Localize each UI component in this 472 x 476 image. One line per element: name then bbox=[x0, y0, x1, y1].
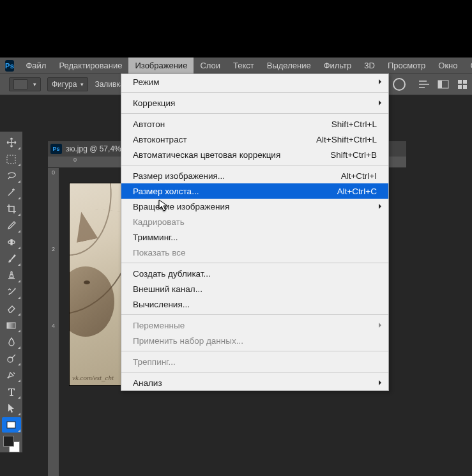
submenu-arrow-icon bbox=[378, 79, 382, 85]
tool-history-brush[interactable] bbox=[2, 284, 21, 300]
menu-item-label: Тримминг... bbox=[133, 233, 377, 242]
menu-image[interactable]: Изображение bbox=[128, 58, 194, 73]
tool-type[interactable] bbox=[2, 384, 21, 399]
menu-item-shortcut: Shift+Ctrl+L bbox=[320, 119, 377, 129]
menu-type[interactable]: Текст bbox=[227, 58, 261, 73]
photoshop-logo: Ps bbox=[5, 60, 14, 72]
svg-point-12 bbox=[8, 357, 13, 362]
menubar: Ps Файл Редактирование Изображение Слои … bbox=[0, 58, 472, 73]
rectangle-icon bbox=[13, 79, 27, 89]
submenu-arrow-icon bbox=[378, 380, 382, 386]
shape-mode-label: Фигура bbox=[52, 80, 77, 89]
svg-rect-9 bbox=[7, 155, 15, 164]
menu-item[interactable]: Размер холста...Alt+Ctrl+C bbox=[121, 183, 388, 199]
menu-item[interactable]: Режим bbox=[121, 74, 388, 89]
menu-item-label: Внешний канал... bbox=[133, 284, 377, 294]
menu-window[interactable]: Окно bbox=[432, 58, 464, 73]
tool-eraser[interactable] bbox=[2, 301, 21, 316]
menu-select[interactable]: Выделение bbox=[261, 58, 317, 73]
menu-item-label: Показать все bbox=[133, 248, 377, 257]
submenu-arrow-icon bbox=[378, 100, 382, 106]
menu-item-shortcut: Shift+Ctrl+B bbox=[319, 150, 377, 160]
menu-image-dropdown: РежимКоррекцияАвтотонShift+Ctrl+LАвтокон… bbox=[121, 73, 389, 391]
menu-item[interactable]: Анализ bbox=[121, 375, 388, 390]
submenu-arrow-icon bbox=[378, 203, 382, 210]
svg-rect-13 bbox=[7, 422, 15, 428]
foreground-background-color[interactable] bbox=[3, 436, 20, 452]
menu-layers[interactable]: Слои bbox=[194, 58, 227, 73]
svg-rect-11 bbox=[7, 323, 15, 328]
color-wheel-icon[interactable] bbox=[393, 78, 406, 91]
foreground-color-swatch[interactable] bbox=[3, 436, 14, 447]
menu-item-label: Автотон bbox=[133, 119, 320, 129]
tool-heal[interactable] bbox=[2, 234, 21, 250]
svg-rect-8 bbox=[463, 85, 467, 89]
settings-icon[interactable] bbox=[457, 79, 468, 90]
menu-item-label: Применить набор данных... bbox=[133, 336, 377, 346]
tool-pen[interactable] bbox=[2, 367, 21, 383]
menu-item-label: Переменные bbox=[133, 321, 377, 330]
menu-3d[interactable]: 3D bbox=[358, 58, 381, 73]
menu-item-label: Режим bbox=[133, 77, 377, 87]
tool-brush[interactable] bbox=[2, 251, 21, 266]
tool-dodge[interactable] bbox=[2, 351, 21, 366]
menu-item-label: Анализ bbox=[133, 378, 377, 388]
svg-rect-7 bbox=[458, 85, 462, 89]
menu-edit[interactable]: Редактирование bbox=[52, 58, 128, 73]
menu-item[interactable]: Коррекция bbox=[121, 95, 388, 111]
svg-rect-5 bbox=[458, 80, 462, 84]
document-tab-title: зю.jpg @ 57,4% bbox=[66, 144, 121, 153]
document-image[interactable]: vk.com/est_cht bbox=[70, 183, 128, 385]
tool-wand[interactable] bbox=[2, 185, 21, 200]
menu-view[interactable]: Просмотр bbox=[381, 58, 432, 73]
menu-item: Треппинг... bbox=[121, 354, 388, 369]
tool-preset-dropdown[interactable]: ▾ bbox=[9, 77, 41, 91]
menu-item[interactable]: АвтотонShift+Ctrl+L bbox=[121, 116, 388, 132]
menu-item[interactable]: Вычисления... bbox=[121, 296, 388, 312]
ruler-vertical[interactable]: 0 2 4 bbox=[48, 168, 59, 476]
menu-item: Переменные bbox=[121, 318, 388, 333]
tool-lasso[interactable] bbox=[2, 168, 21, 183]
photoshop-logo: Ps bbox=[50, 144, 62, 154]
tool-marquee[interactable] bbox=[2, 151, 21, 167]
shape-mode-dropdown[interactable]: Фигура ▾ bbox=[47, 77, 88, 91]
tool-gradient[interactable] bbox=[2, 318, 21, 333]
menu-item-label: Кадрировать bbox=[133, 217, 377, 227]
menu-item-label: Автоматическая цветовая коррекция bbox=[133, 150, 319, 160]
menu-file[interactable]: Файл bbox=[19, 58, 52, 73]
menu-item[interactable]: Создать дубликат... bbox=[121, 266, 388, 281]
menu-help[interactable]: Справка bbox=[464, 58, 472, 73]
menu-item-label: Вращение изображения bbox=[133, 202, 377, 211]
menu-item-label: Треппинг... bbox=[133, 357, 377, 367]
tool-stamp[interactable] bbox=[2, 268, 21, 283]
menu-item[interactable]: Внешний канал... bbox=[121, 281, 388, 296]
menu-item-label: Размер холста... bbox=[133, 187, 326, 196]
menu-item: Показать все bbox=[121, 245, 388, 260]
menu-item[interactable]: Тримминг... bbox=[121, 229, 388, 245]
align-left-icon[interactable] bbox=[418, 79, 430, 90]
menu-item-shortcut: Alt+Ctrl+I bbox=[330, 171, 377, 181]
toolbox bbox=[0, 132, 22, 452]
menu-item-label: Автоконтраст bbox=[133, 135, 305, 144]
menu-item: Кадрировать bbox=[121, 214, 388, 229]
menu-item[interactable]: АвтоконтрастAlt+Shift+Ctrl+L bbox=[121, 132, 388, 147]
tool-rectangle[interactable] bbox=[2, 417, 21, 433]
menu-item-label: Создать дубликат... bbox=[133, 269, 377, 279]
panel-toggle-icon[interactable] bbox=[438, 79, 449, 90]
tool-blur[interactable] bbox=[2, 334, 21, 349]
tool-move[interactable] bbox=[2, 135, 21, 150]
menu-item[interactable]: Размер изображения...Alt+Ctrl+I bbox=[121, 168, 388, 183]
tool-path-select[interactable] bbox=[2, 401, 21, 416]
svg-rect-6 bbox=[463, 80, 467, 84]
svg-rect-4 bbox=[438, 81, 442, 88]
menu-filter[interactable]: Фильтр bbox=[317, 58, 358, 73]
menu-item-label: Коррекция bbox=[133, 98, 377, 108]
submenu-arrow-icon bbox=[378, 322, 382, 328]
chevron-down-icon: ▾ bbox=[80, 81, 84, 88]
tool-crop[interactable] bbox=[2, 201, 21, 217]
menu-item[interactable]: Автоматическая цветовая коррекцияShift+C… bbox=[121, 147, 388, 162]
menu-item-label: Вычисления... bbox=[133, 300, 377, 309]
menu-item: Применить набор данных... bbox=[121, 333, 388, 348]
menu-item[interactable]: Вращение изображения bbox=[121, 199, 388, 214]
tool-eyedropper[interactable] bbox=[2, 218, 21, 233]
